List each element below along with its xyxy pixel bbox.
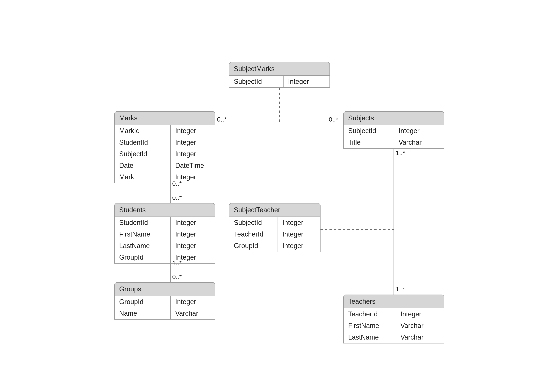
table-row: SubjectId Integer bbox=[115, 148, 215, 160]
entity-groups: Groups GroupId Integer Name Varchar bbox=[114, 282, 215, 320]
table-row: GroupId Integer bbox=[229, 240, 320, 252]
entity-title: Subjects bbox=[344, 112, 444, 125]
column-name: GroupId bbox=[115, 296, 171, 308]
column-name: TeacherId bbox=[229, 229, 278, 240]
column-name: Mark bbox=[115, 171, 171, 183]
table-row: SubjectId Integer bbox=[229, 217, 320, 229]
column-name: LastName bbox=[115, 240, 171, 252]
entity-subjectmarks: SubjectMarks SubjectId Integer bbox=[229, 62, 330, 88]
entity-title: SubjectMarks bbox=[229, 62, 329, 76]
table-row: SubjectId Integer bbox=[229, 76, 329, 87]
column-type: Varchar bbox=[171, 308, 203, 319]
entity-title: Teachers bbox=[344, 295, 444, 308]
column-name: SubjectId bbox=[229, 76, 284, 87]
column-name: FirstName bbox=[344, 320, 396, 331]
multiplicity-label: 0..* bbox=[172, 180, 182, 187]
entity-title: Students bbox=[115, 203, 215, 217]
table-row: Name Varchar bbox=[115, 308, 215, 319]
column-type: Integer bbox=[171, 125, 201, 137]
column-name: FirstName bbox=[115, 229, 171, 240]
entity-title: SubjectTeacher bbox=[229, 203, 320, 217]
column-type: Integer bbox=[171, 229, 201, 240]
column-name: Date bbox=[115, 160, 171, 171]
entity-teachers: Teachers TeacherId Integer FirstName Var… bbox=[343, 294, 444, 343]
entity-title: Groups bbox=[115, 283, 215, 296]
column-name: GroupId bbox=[229, 240, 278, 252]
table-row: Title Varchar bbox=[344, 137, 444, 148]
multiplicity-label: 1..* bbox=[396, 149, 405, 157]
entity-subjectteacher: SubjectTeacher SubjectId Integer Teacher… bbox=[229, 203, 320, 252]
column-type: Integer bbox=[171, 137, 201, 148]
multiplicity-label: 0..* bbox=[329, 116, 338, 123]
column-name: MarkId bbox=[115, 125, 171, 137]
column-type: Integer bbox=[171, 296, 201, 308]
entity-title: Marks bbox=[115, 112, 215, 125]
table-row: LastName Varchar bbox=[344, 331, 444, 343]
multiplicity-label: 0..* bbox=[172, 194, 182, 201]
column-name: SubjectId bbox=[344, 125, 394, 137]
column-name: StudentId bbox=[115, 217, 171, 229]
column-name: TeacherId bbox=[344, 308, 396, 320]
column-name: SubjectId bbox=[115, 148, 171, 160]
column-type: Integer bbox=[278, 229, 308, 240]
multiplicity-label: 1..* bbox=[172, 259, 182, 267]
column-name: Title bbox=[344, 137, 394, 148]
column-type: Integer bbox=[171, 217, 201, 229]
column-name: LastName bbox=[344, 331, 396, 343]
table-row: SubjectId Integer bbox=[344, 125, 444, 137]
column-name: StudentId bbox=[115, 137, 171, 148]
table-row: TeacherId Integer bbox=[344, 308, 444, 320]
table-row: FirstName Integer bbox=[115, 229, 215, 240]
er-diagram-canvas: SubjectMarks SubjectId Integer Marks Mar… bbox=[0, 0, 554, 392]
column-type: DateTime bbox=[171, 160, 209, 171]
entity-subjects: Subjects SubjectId Integer Title Varchar bbox=[343, 111, 444, 149]
table-row: StudentId Integer bbox=[115, 137, 215, 148]
table-row: Mark Integer bbox=[115, 171, 215, 183]
column-type: Varchar bbox=[394, 137, 426, 148]
multiplicity-label: 0..* bbox=[217, 116, 227, 123]
column-name: GroupId bbox=[115, 252, 171, 263]
column-type: Varchar bbox=[396, 320, 428, 331]
column-type: Integer bbox=[396, 308, 426, 320]
table-row: LastName Integer bbox=[115, 240, 215, 252]
connector-lines bbox=[0, 0, 554, 392]
table-row: GroupId Integer bbox=[115, 252, 215, 263]
column-type: Integer bbox=[284, 76, 313, 87]
column-type: Integer bbox=[278, 217, 308, 229]
table-row: FirstName Varchar bbox=[344, 320, 444, 331]
table-row: TeacherId Integer bbox=[229, 229, 320, 240]
column-type: Integer bbox=[278, 240, 308, 252]
table-row: MarkId Integer bbox=[115, 125, 215, 137]
multiplicity-label: 0..* bbox=[172, 273, 182, 280]
table-row: GroupId Integer bbox=[115, 296, 215, 308]
multiplicity-label: 1..* bbox=[396, 286, 405, 293]
entity-marks: Marks MarkId Integer StudentId Integer S… bbox=[114, 111, 215, 183]
column-type: Integer bbox=[171, 240, 201, 252]
table-row: StudentId Integer bbox=[115, 217, 215, 229]
column-type: Integer bbox=[171, 148, 201, 160]
column-name: Name bbox=[115, 308, 171, 319]
column-type: Integer bbox=[394, 125, 424, 137]
table-row: Date DateTime bbox=[115, 160, 215, 171]
column-name: SubjectId bbox=[229, 217, 278, 229]
column-type: Varchar bbox=[396, 331, 428, 343]
entity-students: Students StudentId Integer FirstName Int… bbox=[114, 203, 215, 264]
